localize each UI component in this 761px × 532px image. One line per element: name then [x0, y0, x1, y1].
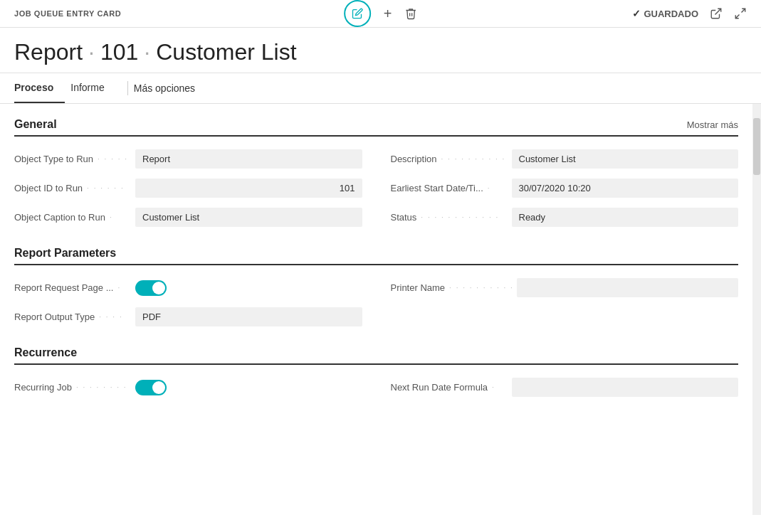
top-bar: JOB QUEUE ENTRY CARD + ✓ GUARDADO	[0, 0, 761, 28]
delete-button[interactable]	[404, 6, 417, 21]
saved-indicator: ✓ GUARDADO	[632, 8, 698, 19]
recurring-job-label: Recurring Job	[14, 382, 72, 393]
edit-button[interactable]	[344, 0, 371, 27]
report-params-header: Report Parameters	[14, 247, 738, 265]
add-button[interactable]: +	[384, 6, 392, 22]
recurrence-title: Recurrence	[14, 346, 77, 359]
printer-name-label: Printer Name	[391, 282, 446, 293]
general-fields-grid: Object Type to Run · · · · · Report Desc…	[14, 149, 738, 227]
earliest-start-value[interactable]: 30/07/2020 10:20	[512, 179, 739, 198]
report-params-section: Report Parameters Report Request Page ..…	[14, 247, 738, 326]
object-type-label: Object Type to Run	[14, 154, 93, 164]
tab-informe[interactable]: Informe	[70, 73, 115, 103]
report-params-title: Report Parameters	[14, 247, 116, 260]
svg-line-2	[735, 15, 739, 18]
recurring-job-toggle[interactable]	[135, 380, 167, 395]
description-label: Description	[391, 154, 437, 164]
topbar-title: JOB QUEUE ENTRY CARD	[14, 9, 121, 18]
object-caption-value[interactable]: Customer List	[135, 208, 362, 227]
scrollbar[interactable]	[752, 104, 761, 515]
scrollbar-thumb[interactable]	[753, 118, 760, 175]
field-status: Status · · · · · · · · · · · · Ready	[391, 208, 739, 227]
tab-more-options[interactable]: Más opciones	[134, 74, 195, 102]
recurrence-section: Recurrence Recurring Job · · · · · · · ·	[14, 346, 738, 397]
svg-line-1	[742, 9, 745, 12]
description-value[interactable]: Customer List	[512, 149, 739, 169]
general-section: General Mostrar más Object Type to Run ·…	[14, 118, 738, 227]
show-more-button[interactable]: Mostrar más	[687, 119, 738, 130]
field-object-type: Object Type to Run · · · · · Report	[14, 149, 362, 169]
tab-separator	[127, 81, 128, 95]
printer-name-value[interactable]	[517, 278, 738, 297]
topbar-actions: +	[344, 0, 418, 27]
content-area: General Mostrar más Object Type to Run ·…	[0, 104, 752, 515]
field-recurring-job: Recurring Job · · · · · · · ·	[14, 378, 362, 397]
recurrence-fields: Recurring Job · · · · · · · · Next Run D…	[14, 378, 738, 397]
external-link-button[interactable]	[710, 7, 723, 20]
field-description: Description · · · · · · · · · · Customer…	[391, 149, 739, 169]
object-id-label: Object ID to Run	[14, 183, 83, 193]
page-title: Report·101·Customer List	[0, 28, 761, 73]
object-id-value[interactable]: 101	[135, 179, 362, 198]
next-run-date-value[interactable]	[512, 378, 739, 397]
report-output-type-label: Report Output Type	[14, 312, 95, 322]
earliest-start-label: Earliest Start Date/Ti...	[391, 183, 483, 193]
field-next-run-date: Next Run Date Formula ·	[391, 378, 739, 397]
expand-button[interactable]	[734, 7, 747, 20]
field-object-caption: Object Caption to Run · Customer List	[14, 208, 362, 227]
next-run-date-label: Next Run Date Formula	[391, 382, 488, 393]
main-content: General Mostrar más Object Type to Run ·…	[0, 104, 761, 515]
tab-navigation: Proceso Informe Más opciones	[0, 73, 761, 104]
field-earliest-start: Earliest Start Date/Ti... · 30/07/2020 1…	[391, 179, 739, 198]
field-report-output-type: Report Output Type · · · · PDF	[14, 307, 362, 326]
report-output-type-value[interactable]: PDF	[135, 307, 362, 326]
toggle-knob	[152, 381, 165, 394]
field-object-id: Object ID to Run · · · · · · 101	[14, 179, 362, 198]
status-value[interactable]: Ready	[512, 208, 739, 227]
report-request-toggle[interactable]	[135, 280, 167, 296]
status-label: Status	[391, 212, 417, 223]
check-icon: ✓	[632, 8, 641, 19]
general-section-title: General	[14, 118, 57, 131]
topbar-right: ✓ GUARDADO	[632, 7, 747, 20]
svg-line-0	[715, 9, 721, 14]
object-type-value[interactable]: Report	[135, 149, 362, 169]
field-report-request-page: Report Request Page ... ·	[14, 278, 362, 297]
recurrence-header: Recurrence	[14, 346, 738, 365]
report-params-fields: Report Request Page ... · Printer Name ·…	[14, 278, 738, 326]
tab-proceso[interactable]: Proceso	[14, 73, 65, 103]
field-printer-name: Printer Name · · · · · · · · · ·	[391, 278, 739, 297]
object-caption-label: Object Caption to Run	[14, 212, 105, 223]
toggle-knob	[152, 282, 165, 294]
general-section-header: General Mostrar más	[14, 118, 738, 137]
report-request-page-label: Report Request Page ...	[14, 282, 113, 293]
